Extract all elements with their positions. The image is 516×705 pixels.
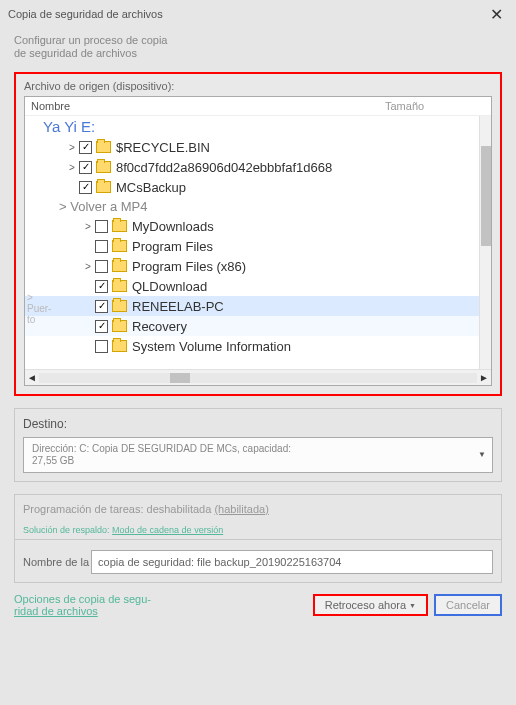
column-size[interactable]: Tamaño bbox=[385, 100, 485, 112]
destination-label: Destino: bbox=[23, 417, 493, 431]
tree-row[interactable]: >System Volume Information bbox=[25, 336, 479, 356]
folder-icon bbox=[112, 340, 127, 352]
folder-icon bbox=[112, 300, 127, 312]
backup-name-panel: Nombre de la bbox=[14, 539, 502, 583]
group-label[interactable]: > Volver a MP4 bbox=[25, 197, 479, 216]
tree-item-label: QLDownload bbox=[132, 279, 207, 294]
tree-row[interactable]: >QLDownload bbox=[25, 276, 479, 296]
tree-checkbox[interactable] bbox=[95, 220, 108, 233]
schedule-enable-link[interactable]: (habilitada) bbox=[214, 503, 268, 515]
close-icon[interactable]: ✕ bbox=[484, 5, 508, 24]
file-tree[interactable]: Ya Yi E:>$RECYCLE.BIN>8f0cd7fdd2a86906d0… bbox=[25, 116, 479, 369]
tree-item-label: Program Files (x86) bbox=[132, 259, 246, 274]
tree-row[interactable]: >Program Files (x86) bbox=[25, 256, 479, 276]
tree-checkbox[interactable] bbox=[79, 161, 92, 174]
tree-checkbox[interactable] bbox=[95, 240, 108, 253]
folder-icon bbox=[112, 220, 127, 232]
tree-row[interactable]: >MCsBackup bbox=[25, 177, 479, 197]
tree-row[interactable]: >Recovery bbox=[25, 316, 479, 336]
window-title: Copia de seguridad de archivos bbox=[8, 8, 484, 20]
folder-icon bbox=[96, 161, 111, 173]
backup-solution-text: Solución de respaldo: Modo de cadena de … bbox=[23, 525, 493, 535]
tree-item-label: MyDownloads bbox=[132, 219, 214, 234]
destination-panel: Destino: Dirección: C: Copia DE SEGURIDA… bbox=[14, 408, 502, 482]
tree-row[interactable]: >MyDownloads bbox=[25, 216, 479, 236]
folder-icon bbox=[112, 260, 127, 272]
backup-wizard-window: Copia de seguridad de archivos ✕ Configu… bbox=[0, 0, 516, 705]
tree-checkbox[interactable] bbox=[79, 141, 92, 154]
tree-checkbox[interactable] bbox=[95, 280, 108, 293]
chevron-down-icon: ▼ bbox=[478, 449, 486, 461]
tree-row[interactable]: >RENEELAB-PC bbox=[25, 296, 479, 316]
drive-label[interactable]: Ya Yi E: bbox=[25, 116, 479, 137]
wizard-subtitle: Configurar un proceso de copiade segurid… bbox=[0, 28, 516, 66]
tree-item-label: 8f0cd7fdd2a86906d042ebbbfaf1d668 bbox=[116, 160, 332, 175]
expander-icon: > bbox=[81, 281, 95, 292]
expander-icon[interactable]: > bbox=[65, 142, 79, 153]
scrollbar-thumb[interactable] bbox=[481, 146, 491, 246]
tree-checkbox[interactable] bbox=[95, 320, 108, 333]
tree-item-label: $RECYCLE.BIN bbox=[116, 140, 210, 155]
source-panel-label: Archivo de origen (dispositivo): bbox=[24, 80, 492, 92]
tree-row[interactable]: >Program Files bbox=[25, 236, 479, 256]
folder-icon bbox=[96, 181, 111, 193]
tree-row[interactable]: >$RECYCLE.BIN bbox=[25, 137, 479, 157]
expander-icon[interactable]: > bbox=[81, 221, 95, 232]
tree-checkbox[interactable] bbox=[95, 340, 108, 353]
horizontal-scroll-track[interactable] bbox=[39, 373, 477, 383]
folder-icon bbox=[96, 141, 111, 153]
expander-icon: > bbox=[65, 182, 79, 193]
backup-name-label: Nombre de la bbox=[23, 556, 89, 568]
vertical-scrollbar[interactable] bbox=[479, 116, 491, 369]
destination-dropdown[interactable]: Dirección: C: Copia DE SEGURIDAD DE MCs,… bbox=[23, 437, 493, 473]
back-now-button[interactable]: Retroceso ahora▼ bbox=[313, 594, 428, 616]
expander-icon: > bbox=[81, 321, 95, 332]
scroll-right-icon[interactable]: ► bbox=[477, 372, 491, 383]
folder-icon bbox=[112, 320, 127, 332]
tree-area: Ya Yi E:>$RECYCLE.BIN>8f0cd7fdd2a86906d0… bbox=[25, 116, 491, 369]
tree-row[interactable]: >8f0cd7fdd2a86906d042ebbbfaf1d668 bbox=[25, 157, 479, 177]
file-tree-box: Nombre Tamaño Ya Yi E:>$RECYCLE.BIN>8f0c… bbox=[24, 96, 492, 386]
footer: Opciones de copia de segu-ridad de archi… bbox=[14, 593, 502, 617]
chevron-down-icon: ▼ bbox=[409, 602, 416, 609]
schedule-text: Programación de tareas: deshabilitada (h… bbox=[23, 503, 493, 515]
tree-item-label: Recovery bbox=[132, 319, 187, 334]
expander-icon[interactable]: > bbox=[81, 261, 95, 272]
solution-mode-link[interactable]: Modo de cadena de versión bbox=[112, 525, 223, 535]
tree-checkbox[interactable] bbox=[95, 300, 108, 313]
horizontal-scrollbar[interactable]: ◄ ► bbox=[25, 369, 491, 385]
expander-icon: > bbox=[81, 341, 95, 352]
tree-item-label: MCsBackup bbox=[116, 180, 186, 195]
file-tree-header: Nombre Tamaño bbox=[25, 97, 491, 116]
destination-value: Dirección: C: Copia DE SEGURIDAD DE MCs,… bbox=[32, 443, 291, 466]
titlebar: Copia de seguridad de archivos ✕ bbox=[0, 0, 516, 28]
tree-item-label: RENEELAB-PC bbox=[132, 299, 224, 314]
horizontal-scroll-thumb[interactable] bbox=[170, 373, 190, 383]
source-panel: Archivo de origen (dispositivo): Nombre … bbox=[14, 72, 502, 396]
schedule-panel: Programación de tareas: deshabilitada (h… bbox=[14, 494, 502, 539]
tree-checkbox[interactable] bbox=[79, 181, 92, 194]
folder-icon bbox=[112, 240, 127, 252]
tree-item-label: System Volume Information bbox=[132, 339, 291, 354]
tree-checkbox[interactable] bbox=[95, 260, 108, 273]
backup-name-input[interactable] bbox=[91, 550, 493, 574]
expander-icon: > bbox=[81, 241, 95, 252]
expander-icon: > bbox=[81, 301, 95, 312]
tree-item-label: Program Files bbox=[132, 239, 213, 254]
folder-icon bbox=[112, 280, 127, 292]
scroll-left-icon[interactable]: ◄ bbox=[25, 372, 39, 383]
expander-icon[interactable]: > bbox=[65, 162, 79, 173]
backup-options-link[interactable]: Opciones de copia de segu-ridad de archi… bbox=[14, 593, 313, 617]
side-port-label: > Puer-to bbox=[27, 292, 57, 325]
cancel-button[interactable]: Cancelar bbox=[434, 594, 502, 616]
column-name[interactable]: Nombre bbox=[31, 100, 385, 112]
